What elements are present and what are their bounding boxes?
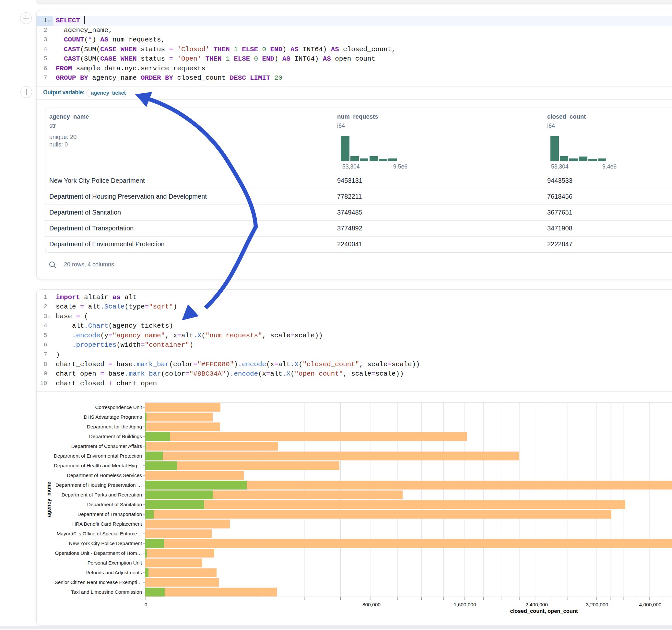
svg-text:agency_name: agency_name — [46, 482, 51, 517]
svg-text:800,000: 800,000 — [362, 602, 381, 607]
svg-text:Department of Housing Preserva: Department of Housing Preservation … — [55, 482, 142, 488]
svg-text:Department of Parks and Recrea: Department of Parks and Recreation — [62, 492, 142, 498]
svg-text:Operations Unit - Department o: Operations Unit - Department of Hom… — [55, 550, 142, 556]
svg-text:2,400,000: 2,400,000 — [526, 602, 548, 607]
svg-text:Refunds and Adjustments: Refunds and Adjustments — [86, 570, 142, 575]
svg-text:Department of Sanitation: Department of Sanitation — [87, 502, 142, 507]
svg-text:Department of Consumer Affairs: Department of Consumer Affairs — [71, 443, 142, 449]
svg-text:Taxi and Limousine Commission: Taxi and Limousine Commission — [71, 589, 142, 595]
svg-text:0: 0 — [145, 602, 147, 607]
svg-text:1,600,000: 1,600,000 — [454, 602, 476, 607]
svg-text:Department of Homeless Service: Department of Homeless Services — [67, 472, 142, 478]
svg-text:Department for the Aging: Department for the Aging — [87, 424, 142, 429]
svg-text:HRA Benefit Card Replacement: HRA Benefit Card Replacement — [72, 521, 142, 527]
svg-text:Department of Environmental Pr: Department of Environmental Protection — [54, 453, 142, 459]
svg-text:Department of Transportation: Department of Transportation — [77, 511, 142, 517]
svg-text:closed_count, open_count: closed_count, open_count — [510, 608, 578, 614]
svg-text:DHS Advantage Programs: DHS Advantage Programs — [84, 414, 142, 420]
svg-text:Department of Health and Menta: Department of Health and Mental Hyg… — [54, 463, 142, 468]
svg-text:Senior Citizen Rent Increase E: Senior Citizen Rent Increase Exempti… — [54, 579, 142, 585]
svg-text:Department of Buildings: Department of Buildings — [89, 434, 142, 439]
svg-text:3,200,000: 3,200,000 — [586, 602, 608, 607]
svg-text:Mayorâ€ s Office of Special E: Mayorâ€ s Office of Special Enforce… — [57, 531, 142, 536]
svg-text:Correspondence Unit: Correspondence Unit — [95, 405, 142, 410]
svg-text:New York City Police Departmen: New York City Police Department — [69, 540, 142, 546]
svg-text:Personal Exemption Unit: Personal Exemption Unit — [88, 560, 142, 565]
svg-text:4,000,000: 4,000,000 — [639, 602, 662, 607]
